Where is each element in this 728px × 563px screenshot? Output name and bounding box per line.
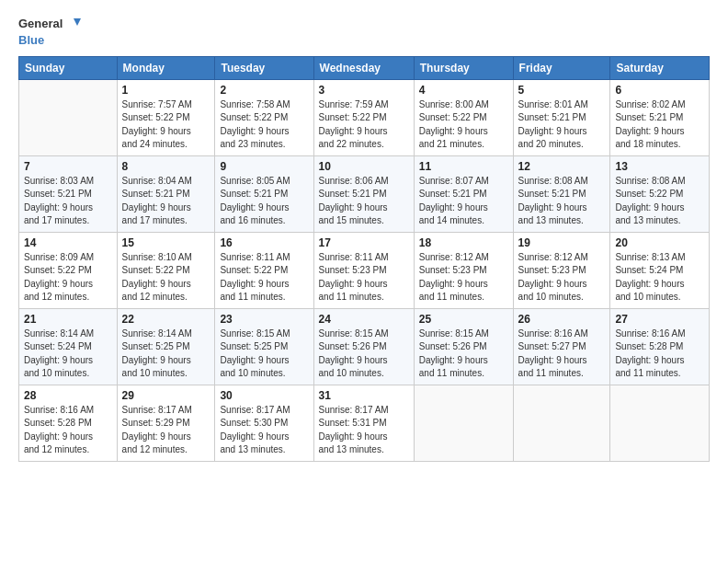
calendar-cell: 6Sunrise: 8:02 AMSunset: 5:21 PMDaylight… [610,79,710,155]
calendar-cell [610,385,710,461]
calendar-cell: 22Sunrise: 8:14 AMSunset: 5:25 PMDayligh… [117,308,215,385]
calendar-cell: 2Sunrise: 7:58 AMSunset: 5:22 PMDaylight… [215,79,313,155]
calendar-cell: 14Sunrise: 8:09 AMSunset: 5:22 PMDayligh… [19,232,118,308]
calendar-week-2: 7Sunrise: 8:03 AMSunset: 5:21 PMDaylight… [19,155,710,232]
calendar-cell: 9Sunrise: 8:05 AMSunset: 5:21 PMDaylight… [215,155,313,232]
day-info: Sunrise: 8:01 AMSunset: 5:21 PMDaylight:… [518,98,606,152]
day-number: 22 [122,313,210,326]
calendar-cell: 15Sunrise: 8:10 AMSunset: 5:22 PMDayligh… [117,232,215,308]
calendar-cell: 20Sunrise: 8:13 AMSunset: 5:24 PMDayligh… [610,232,710,308]
calendar-cell: 31Sunrise: 8:17 AMSunset: 5:31 PMDayligh… [313,385,414,461]
day-number: 29 [122,389,210,402]
day-number: 18 [419,236,508,249]
day-number: 25 [419,313,508,326]
calendar-cell: 21Sunrise: 8:14 AMSunset: 5:24 PMDayligh… [19,308,118,385]
calendar-cell: 11Sunrise: 8:07 AMSunset: 5:21 PMDayligh… [414,155,513,232]
day-info: Sunrise: 8:15 AMSunset: 5:26 PMDaylight:… [319,327,409,381]
day-number: 11 [419,160,508,173]
calendar-cell: 27Sunrise: 8:16 AMSunset: 5:28 PMDayligh… [610,308,710,385]
weekday-header-friday: Friday [513,56,610,79]
day-number: 13 [615,160,704,173]
calendar-cell: 24Sunrise: 8:15 AMSunset: 5:26 PMDayligh… [313,308,414,385]
day-info: Sunrise: 7:57 AMSunset: 5:22 PMDaylight:… [122,98,210,152]
day-info: Sunrise: 8:12 AMSunset: 5:23 PMDaylight:… [419,251,508,304]
weekday-header-monday: Monday [117,56,215,79]
day-info: Sunrise: 8:14 AMSunset: 5:24 PMDaylight:… [24,327,112,381]
weekday-header-saturday: Saturday [610,56,710,79]
calendar-cell [19,79,118,155]
day-number: 27 [615,313,704,326]
day-number: 10 [319,160,409,173]
day-info: Sunrise: 8:07 AMSunset: 5:21 PMDaylight:… [419,175,508,228]
day-info: Sunrise: 8:17 AMSunset: 5:30 PMDaylight:… [220,404,308,457]
calendar-cell: 1Sunrise: 7:57 AMSunset: 5:22 PMDaylight… [117,79,215,155]
calendar-cell: 10Sunrise: 8:06 AMSunset: 5:21 PMDayligh… [313,155,414,232]
day-info: Sunrise: 8:16 AMSunset: 5:28 PMDaylight:… [615,327,704,381]
calendar-week-4: 21Sunrise: 8:14 AMSunset: 5:24 PMDayligh… [19,308,710,385]
day-info: Sunrise: 8:08 AMSunset: 5:22 PMDaylight:… [615,175,704,228]
calendar-cell: 13Sunrise: 8:08 AMSunset: 5:22 PMDayligh… [610,155,710,232]
weekday-header-thursday: Thursday [414,56,513,79]
day-info: Sunrise: 8:04 AMSunset: 5:21 PMDaylight:… [122,175,210,228]
day-info: Sunrise: 8:17 AMSunset: 5:29 PMDaylight:… [122,404,210,457]
day-number: 1 [122,84,210,97]
day-info: Sunrise: 7:59 AMSunset: 5:22 PMDaylight:… [319,98,409,152]
calendar-cell: 4Sunrise: 8:00 AMSunset: 5:22 PMDaylight… [414,79,513,155]
calendar-week-5: 28Sunrise: 8:16 AMSunset: 5:28 PMDayligh… [19,385,710,461]
day-info: Sunrise: 8:08 AMSunset: 5:21 PMDaylight:… [518,175,606,228]
weekday-header-wednesday: Wednesday [313,56,414,79]
day-info: Sunrise: 8:15 AMSunset: 5:26 PMDaylight:… [419,327,508,381]
logo-bird-icon [64,17,81,33]
calendar-cell: 7Sunrise: 8:03 AMSunset: 5:21 PMDaylight… [19,155,118,232]
calendar-body: 1Sunrise: 7:57 AMSunset: 5:22 PMDaylight… [19,79,710,461]
day-info: Sunrise: 8:17 AMSunset: 5:31 PMDaylight:… [319,404,409,457]
day-number: 31 [319,389,409,402]
day-info: Sunrise: 8:15 AMSunset: 5:25 PMDaylight:… [220,327,308,381]
calendar-cell: 30Sunrise: 8:17 AMSunset: 5:30 PMDayligh… [215,385,313,461]
calendar-header: SundayMondayTuesdayWednesdayThursdayFrid… [19,56,710,79]
page: General Blue SundayMondayTuesdayWednesda… [0,0,728,471]
calendar-cell: 12Sunrise: 8:08 AMSunset: 5:21 PMDayligh… [513,155,610,232]
day-number: 4 [419,84,508,97]
day-number: 12 [518,160,606,173]
day-info: Sunrise: 8:09 AMSunset: 5:22 PMDaylight:… [24,251,112,304]
day-number: 30 [220,389,308,402]
day-number: 5 [518,84,606,97]
day-info: Sunrise: 8:02 AMSunset: 5:21 PMDaylight:… [615,98,704,152]
day-number: 14 [24,236,112,249]
day-number: 21 [24,313,112,326]
calendar-cell: 3Sunrise: 7:59 AMSunset: 5:22 PMDaylight… [313,79,414,155]
weekday-row: SundayMondayTuesdayWednesdayThursdayFrid… [19,56,710,79]
calendar-cell: 29Sunrise: 8:17 AMSunset: 5:29 PMDayligh… [117,385,215,461]
day-number: 3 [319,84,409,97]
calendar-cell: 18Sunrise: 8:12 AMSunset: 5:23 PMDayligh… [414,232,513,308]
day-info: Sunrise: 8:05 AMSunset: 5:21 PMDaylight:… [220,175,308,228]
day-info: Sunrise: 8:16 AMSunset: 5:27 PMDaylight:… [518,327,606,381]
day-number: 17 [319,236,409,249]
calendar-cell [513,385,610,461]
calendar-week-1: 1Sunrise: 7:57 AMSunset: 5:22 PMDaylight… [19,79,710,155]
header: General Blue [18,17,710,49]
day-number: 15 [122,236,210,249]
day-number: 26 [518,313,606,326]
svg-marker-0 [74,18,81,26]
day-info: Sunrise: 8:14 AMSunset: 5:25 PMDaylight:… [122,327,210,381]
calendar-table: SundayMondayTuesdayWednesdayThursdayFrid… [18,56,710,462]
logo-blue: Blue [18,33,44,47]
day-info: Sunrise: 8:11 AMSunset: 5:23 PMDaylight:… [319,251,409,304]
calendar-cell [414,385,513,461]
calendar-cell: 28Sunrise: 8:16 AMSunset: 5:28 PMDayligh… [19,385,118,461]
day-info: Sunrise: 8:12 AMSunset: 5:23 PMDaylight:… [518,251,606,304]
calendar-week-3: 14Sunrise: 8:09 AMSunset: 5:22 PMDayligh… [19,232,710,308]
day-number: 28 [24,389,112,402]
weekday-header-sunday: Sunday [19,56,118,79]
day-number: 9 [220,160,308,173]
logo: General Blue [18,17,83,49]
day-info: Sunrise: 8:13 AMSunset: 5:24 PMDaylight:… [615,251,704,304]
day-info: Sunrise: 7:58 AMSunset: 5:22 PMDaylight:… [220,98,308,152]
day-info: Sunrise: 8:00 AMSunset: 5:22 PMDaylight:… [419,98,508,152]
day-number: 16 [220,236,308,249]
weekday-header-tuesday: Tuesday [215,56,313,79]
day-info: Sunrise: 8:11 AMSunset: 5:22 PMDaylight:… [220,251,308,304]
day-info: Sunrise: 8:10 AMSunset: 5:22 PMDaylight:… [122,251,210,304]
